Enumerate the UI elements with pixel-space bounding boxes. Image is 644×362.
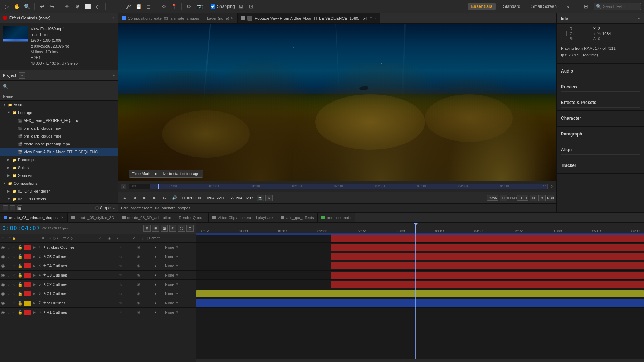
align-title[interactable]: Align xyxy=(561,145,640,155)
tree-item-file-2[interactable]: 🎬 bm_dark_clouds.mov xyxy=(0,124,118,132)
clone-tool[interactable]: 📋 xyxy=(135,3,142,10)
tl-ctrl-6[interactable]: ⊡ xyxy=(186,225,194,232)
tl-tab-6[interactable]: one line credit xyxy=(318,213,355,222)
project-tree[interactable]: ▼ 📁 Assets ▼ 📁 Footage 🎬 AFX_demo_PRORES… xyxy=(0,101,118,203)
tree-item-file-4[interactable]: 🎬 fractal noise precomp.mp4 xyxy=(0,140,118,148)
l3-sw1[interactable]: ☆ xyxy=(119,264,122,268)
workspace-standard[interactable]: Standard xyxy=(499,3,524,10)
l1-sw1[interactable]: ☆ xyxy=(119,245,122,249)
layer-8-expand[interactable]: ▶ xyxy=(32,311,36,314)
zoom-tool[interactable]: 🔍 xyxy=(23,3,31,10)
tree-item-footage-folder[interactable]: ▼ 📁 Footage xyxy=(0,109,118,116)
comp-new-btn[interactable] xyxy=(10,205,15,210)
layer-row-5[interactable]: ◉ ♪ ○ 🔒 ▶ 5 ★ C2 Outlines ☆ ◉ / None xyxy=(0,280,196,289)
l5-sw1[interactable]: ☆ xyxy=(119,282,122,286)
l8-sw2[interactable]: ◉ xyxy=(137,310,140,314)
info-panel-expand[interactable]: » xyxy=(638,16,640,20)
viewer-play-btn[interactable]: ▶ xyxy=(140,194,149,202)
l8-sw3[interactable]: / xyxy=(155,310,156,314)
layer-row-7[interactable]: ◉ ♪ ○ 🔒 ▶ 7 ★ r2 Outlines ☆ ◉ / None xyxy=(0,298,196,308)
timing-right-arrow[interactable]: ▷ xyxy=(551,184,553,189)
l2-sw1[interactable]: ☆ xyxy=(119,254,122,258)
pen-tool[interactable]: ✏ xyxy=(64,3,72,10)
snap-icon-2[interactable]: ⊡ xyxy=(247,3,255,10)
tab-layer[interactable]: Layer (none) ✕ xyxy=(203,13,238,23)
tl-time-display[interactable]: 0:00:04:07 xyxy=(2,225,40,232)
panel-bottom-expand[interactable]: » xyxy=(113,206,115,210)
l6-sw3[interactable]: / xyxy=(155,292,156,296)
layer-1-solo[interactable]: ○ xyxy=(11,245,17,250)
layer-5-solo[interactable]: ○ xyxy=(11,282,17,287)
brush-tool[interactable]: 🖌 xyxy=(125,3,132,10)
l1-sw3[interactable]: / xyxy=(155,245,156,249)
tab-footage[interactable]: Footage View From A Blue Moon TITLE SEQU… xyxy=(238,13,380,23)
panel-expand-btn[interactable]: » xyxy=(112,15,115,20)
workspace-small-screen[interactable]: Small Screen xyxy=(528,3,560,10)
layer-6-solo[interactable]: ○ xyxy=(11,291,17,296)
tree-item-file-3[interactable]: 🎬 bm_dark_clouds.mp4 xyxy=(0,132,118,140)
l7-sw2[interactable]: ◉ xyxy=(137,301,140,305)
folder-new-btn[interactable] xyxy=(3,205,8,210)
layer-1-lock[interactable]: 🔒 xyxy=(17,245,23,250)
viewer-overlay-btn[interactable]: ⊙ xyxy=(538,195,546,201)
tracker-title[interactable]: Tracker xyxy=(561,161,640,170)
puppet-pin[interactable]: 📍 xyxy=(170,3,178,10)
layer-row-1[interactable]: ◉ ♪ ○ 🔒 ▶ 1 ★ strokes Outlines ☆ ◉ / xyxy=(0,243,196,252)
l8-sw1[interactable]: ☆ xyxy=(119,310,122,314)
tree-item-assets[interactable]: ▼ 📁 Assets xyxy=(0,101,118,109)
rotate-tool-2[interactable]: ↪ xyxy=(48,3,56,10)
layer-6-lock[interactable]: 🔒 xyxy=(17,291,23,296)
viewer-next-frame[interactable]: ▶ xyxy=(150,194,159,202)
layer-6-audio[interactable]: ♪ xyxy=(6,291,11,296)
tab-layer-close[interactable]: ✕ xyxy=(231,16,234,20)
l6-sw1[interactable]: ☆ xyxy=(119,292,122,296)
audio-title[interactable]: Audio xyxy=(561,66,640,76)
layer-8-solo[interactable]: ○ xyxy=(11,310,17,315)
l3-sw3[interactable]: / xyxy=(155,264,156,268)
l4-sw3[interactable]: / xyxy=(155,273,156,277)
layer-8-eye[interactable]: ◉ xyxy=(0,310,6,315)
tl-ctrl-5[interactable]: ◯ xyxy=(178,225,185,232)
tl-tab-2[interactable]: create_08_3D_animation xyxy=(118,213,175,222)
l3-sw2[interactable]: ◉ xyxy=(137,264,140,268)
layer-1-expand[interactable]: ▶ xyxy=(32,246,36,249)
layer-7-eye[interactable]: ◉ xyxy=(0,301,6,306)
viewer-first-frame[interactable]: ⏮ xyxy=(120,194,129,202)
tl-tab-close-0[interactable]: ✕ xyxy=(61,215,64,219)
l7-sw3[interactable]: / xyxy=(155,301,156,305)
tl-ctrl-2[interactable]: ⊠ xyxy=(152,225,159,232)
tree-item-c4d[interactable]: ▶ 📁 01. C4D Renderer xyxy=(0,187,118,195)
layer-4-lock[interactable]: 🔒 xyxy=(17,273,23,278)
layer-row-2[interactable]: ◉ ♪ ○ 🔒 ▶ 2 ★ C5 Outlines ☆ ◉ / None xyxy=(0,252,196,261)
layer-row-6[interactable]: ◉ ♪ ○ 🔒 ▶ 6 ★ C1 Outlines ☆ ◉ / None xyxy=(0,289,196,298)
layer-4-eye[interactable]: ◉ xyxy=(0,273,6,278)
tl-tab-1[interactable]: create_05_stylize_3D xyxy=(68,213,118,222)
l4-sw1[interactable]: ☆ xyxy=(119,273,122,277)
layer-4-audio[interactable]: ♪ xyxy=(6,273,11,278)
layer-2-eye[interactable]: ◉ xyxy=(0,254,6,259)
viewer-show-snapshot-btn[interactable]: 🖼 xyxy=(265,195,273,201)
layer-2-solo[interactable]: ○ xyxy=(11,254,17,259)
layer-3-eye[interactable]: ◉ xyxy=(0,263,6,268)
layer-2-audio[interactable]: ♪ xyxy=(6,254,11,259)
l2-sw2[interactable]: ◉ xyxy=(137,254,140,258)
project-expand-btn[interactable]: » xyxy=(112,73,115,78)
tree-item-compositions[interactable]: ▼ 📁 Compositions xyxy=(0,179,118,187)
layer-5-lock[interactable]: 🔒 xyxy=(17,282,23,287)
select-tool[interactable]: ▷ xyxy=(3,3,11,10)
tl-tracks-scroll[interactable] xyxy=(196,233,644,359)
tree-item-solids[interactable]: ▶ 📁 Solids xyxy=(0,164,118,172)
preview-title[interactable]: Preview xyxy=(561,82,640,92)
layer-2-lock[interactable]: 🔒 xyxy=(17,254,23,259)
layer-8-audio[interactable]: ♪ xyxy=(6,310,11,315)
tl-tab-0[interactable]: create_03_animate_shapes ✕ xyxy=(0,213,68,222)
tl-scrollbar[interactable] xyxy=(196,359,644,362)
viewer-grid-btn[interactable]: ⊞ xyxy=(530,195,537,201)
grid-icon[interactable]: ⊞ xyxy=(582,3,590,10)
viewer-prev-frame[interactable]: ◀ xyxy=(130,194,139,202)
workspace-expand[interactable]: » xyxy=(564,3,572,10)
eraser-tool[interactable]: ◻ xyxy=(145,3,152,10)
layer-7-solo[interactable]: ○ xyxy=(11,301,17,306)
tl-tab-5[interactable]: afx_gpu_effects xyxy=(277,213,318,222)
character-title[interactable]: Character xyxy=(561,114,640,123)
